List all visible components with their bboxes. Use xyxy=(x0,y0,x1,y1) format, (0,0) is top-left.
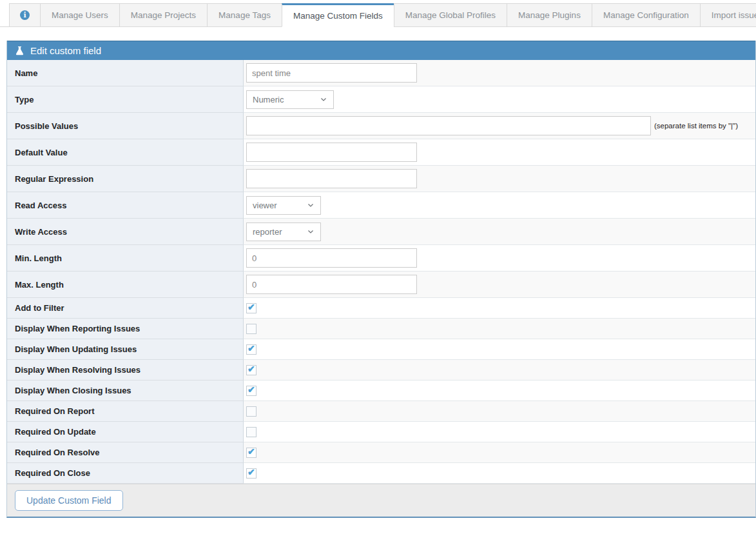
update-custom-field-button[interactable]: Update Custom Field xyxy=(15,490,123,511)
field-label: Display When Closing Issues xyxy=(7,381,244,401)
required-on-update-row: Required On Update xyxy=(7,422,755,442)
tab-info[interactable] xyxy=(9,3,41,27)
custom-field-form: Name Type Numeric Possible Values (separ… xyxy=(7,60,755,484)
tab-manage-users[interactable]: Manage Users xyxy=(40,3,120,27)
select-value: viewer xyxy=(253,201,277,210)
select-value: Numeric xyxy=(253,95,284,104)
tab-manage-custom-fields[interactable]: Manage Custom Fields xyxy=(282,3,394,27)
field-label: Display When Updating Issues xyxy=(7,339,244,360)
read-access-select[interactable]: viewer xyxy=(246,196,321,215)
type-select[interactable]: Numeric xyxy=(246,90,334,109)
tab-label: Manage Plugins xyxy=(518,10,581,20)
max-length-row: Max. Length xyxy=(7,272,755,298)
required-on-resolve-checkbox[interactable] xyxy=(246,448,257,458)
default-value-input[interactable] xyxy=(246,143,417,162)
tab-label: Import issues xyxy=(712,10,756,20)
default-value-row: Default Value xyxy=(7,139,755,166)
chevron-down-icon xyxy=(307,201,315,209)
field-label: Name xyxy=(7,60,244,86)
regular-expression-row: Regular Expression xyxy=(7,166,755,192)
max-length-input[interactable] xyxy=(246,275,417,294)
display-when-updating-issues-checkbox[interactable] xyxy=(246,344,257,355)
tab-manage-tags[interactable]: Manage Tags xyxy=(207,3,282,27)
possible-values-hint: (separate list items by "|") xyxy=(654,122,738,130)
type-row: Type Numeric xyxy=(7,86,755,113)
field-label: Write Access xyxy=(7,219,244,245)
required-on-report-row: Required On Report xyxy=(7,401,755,422)
field-label: Display When Reporting Issues xyxy=(7,319,244,339)
tab-manage-global-profiles[interactable]: Manage Global Profiles xyxy=(394,3,507,27)
write-access-row: Write Access reporter xyxy=(7,219,755,245)
name-row: Name xyxy=(7,60,755,86)
field-label: Read Access xyxy=(7,192,244,219)
add-to-filter-checkbox[interactable] xyxy=(246,303,257,313)
field-label: Possible Values xyxy=(7,113,244,139)
field-label: Required On Resolve xyxy=(7,442,244,463)
required-on-report-checkbox[interactable] xyxy=(246,406,257,417)
info-circle-icon xyxy=(20,10,30,20)
possible-values-input[interactable] xyxy=(246,116,651,135)
min-length-row: Min. Length xyxy=(7,245,755,272)
regular-expression-input[interactable] xyxy=(246,169,417,188)
display-when-resolving-issues-row: Display When Resolving Issues xyxy=(7,360,755,381)
edit-custom-field-panel: Edit custom field Name Type Numeric Poss… xyxy=(6,41,756,518)
tab-manage-plugins[interactable]: Manage Plugins xyxy=(507,3,592,27)
display-when-reporting-issues-checkbox[interactable] xyxy=(246,324,257,334)
tab-label: Manage Custom Fields xyxy=(293,11,383,21)
write-access-select[interactable]: reporter xyxy=(246,222,321,241)
field-label: Default Value xyxy=(7,139,244,166)
tab-label: Manage Projects xyxy=(131,10,196,20)
tab-label: Manage Users xyxy=(52,10,108,20)
tab-manage-configuration[interactable]: Manage Configuration xyxy=(592,3,701,27)
chevron-down-icon xyxy=(320,95,327,103)
field-label: Add to Filter xyxy=(7,298,244,319)
tab-manage-projects[interactable]: Manage Projects xyxy=(119,3,208,27)
admin-tabbar: Manage Users Manage Projects Manage Tags… xyxy=(0,0,756,27)
field-label: Regular Expression xyxy=(7,166,244,192)
field-label: Min. Length xyxy=(7,245,244,272)
field-label: Required On Update xyxy=(7,422,244,442)
field-label: Required On Close xyxy=(7,463,244,484)
min-length-input[interactable] xyxy=(246,248,417,268)
field-label: Required On Report xyxy=(7,401,244,422)
display-when-reporting-issues-row: Display When Reporting Issues xyxy=(7,319,755,339)
tab-import-issues[interactable]: Import issues xyxy=(700,3,756,27)
add-to-filter-row: Add to Filter xyxy=(7,298,755,319)
chevron-down-icon xyxy=(307,228,315,235)
display-when-closing-issues-row: Display When Closing Issues xyxy=(7,381,755,401)
read-access-row: Read Access viewer xyxy=(7,192,755,219)
tab-label: Manage Tags xyxy=(218,10,271,20)
field-label: Type xyxy=(7,86,244,113)
display-when-updating-issues-row: Display When Updating Issues xyxy=(7,339,755,360)
panel-title: Edit custom field xyxy=(30,45,101,56)
panel-header: Edit custom field xyxy=(7,41,755,60)
field-label: Display When Resolving Issues xyxy=(7,360,244,381)
display-when-resolving-issues-checkbox[interactable] xyxy=(246,365,257,375)
field-label: Max. Length xyxy=(7,272,244,298)
tab-label: Manage Global Profiles xyxy=(405,10,496,20)
flask-icon xyxy=(15,46,24,55)
required-on-close-row: Required On Close xyxy=(7,463,755,484)
required-on-update-checkbox[interactable] xyxy=(246,427,257,437)
required-on-resolve-row: Required On Resolve xyxy=(7,442,755,463)
required-on-close-checkbox[interactable] xyxy=(246,468,257,479)
possible-values-row: Possible Values (separate list items by … xyxy=(7,113,755,139)
name-input[interactable] xyxy=(246,63,417,83)
select-value: reporter xyxy=(253,227,282,237)
display-when-closing-issues-checkbox[interactable] xyxy=(246,386,257,396)
panel-footer: Update Custom Field xyxy=(7,484,755,517)
tab-label: Manage Configuration xyxy=(603,10,689,20)
